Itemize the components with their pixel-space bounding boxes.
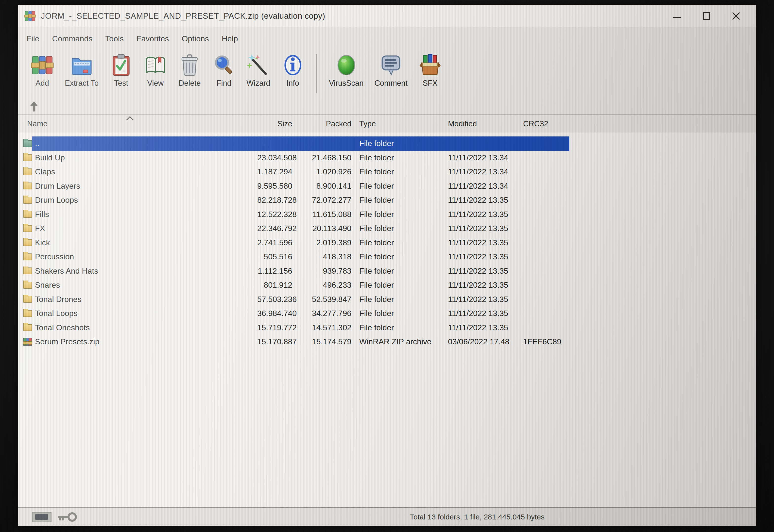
title-bar: JORM_-_SELECTED_SAMPLE_AND_PRESET_PACK.z… (18, 5, 756, 27)
column-header-name[interactable]: Name (18, 119, 257, 128)
file-size: 12.522.328 (257, 210, 294, 219)
test-button[interactable]: Test (104, 50, 138, 88)
file-name: Shakers And Hats (35, 266, 98, 276)
table-row[interactable]: .. File folder (18, 136, 569, 151)
virus-scan-icon (334, 53, 358, 77)
comment-icon (379, 53, 403, 77)
add-archive-icon (31, 53, 54, 77)
file-crc32: 1FEF6C89 (517, 337, 569, 346)
table-row[interactable]: Fills 12.522.328 11.615.088 File folder … (18, 207, 569, 222)
file-name: Snares (35, 281, 60, 290)
file-type: File folder (353, 210, 442, 219)
virus-scan-button[interactable]: VirusScan (323, 50, 369, 88)
up-directory-button[interactable] (27, 100, 41, 113)
key-icon[interactable] (57, 511, 78, 523)
minimize-button[interactable] (662, 5, 692, 27)
file-modified: 11/11/2022 13.35 (442, 266, 517, 276)
info-icon (281, 53, 304, 77)
file-modified: 11/11/2022 13.35 (442, 196, 517, 205)
column-header-crc32[interactable]: CRC32 (517, 119, 569, 128)
table-row[interactable]: Tonal Loops 36.984.740 34.277.796 File f… (18, 306, 569, 321)
file-name: Tonal Oneshots (35, 323, 90, 332)
file-size: 57.503.236 (257, 295, 294, 304)
winrar-window: JORM_-_SELECTED_SAMPLE_AND_PRESET_PACK.z… (18, 5, 756, 526)
photo-of-screen: { "window": { "title": "JORM_-_SELECTED_… (0, 0, 774, 532)
find-button[interactable]: Find (207, 50, 241, 88)
folder-icon (23, 211, 32, 218)
add-button[interactable]: Add (25, 50, 59, 88)
file-packed: 15.174.579 (294, 337, 353, 346)
file-packed: 14.571.302 (294, 323, 353, 332)
file-name: .. (35, 139, 39, 148)
wizard-icon (247, 53, 270, 77)
minimize-icon (673, 17, 681, 18)
maximize-icon (703, 12, 710, 20)
column-header-size[interactable]: Size (257, 119, 294, 128)
file-rows: .. File folder Build Up 23.034.508 21.46… (18, 136, 756, 349)
file-name: Kick (35, 238, 50, 247)
wizard-button[interactable]: Wizard (241, 50, 275, 88)
file-modified: 11/11/2022 13.35 (442, 238, 517, 247)
comment-button[interactable]: Comment (369, 50, 413, 88)
menu-bar: File Commands Tools Favorites Options He… (18, 27, 756, 50)
status-summary: Total 13 folders, 1 file, 281.445.045 by… (410, 513, 545, 521)
file-packed: 8.900.141 (294, 182, 353, 191)
file-size: 82.218.728 (257, 196, 294, 205)
table-row[interactable]: Drum Layers 9.595.580 8.900.141 File fol… (18, 179, 569, 193)
table-row[interactable]: Drum Loops 82.218.728 72.072.277 File fo… (18, 193, 569, 207)
folder-icon (23, 225, 32, 232)
file-packed: 1.020.926 (294, 167, 353, 176)
menu-options[interactable]: Options (175, 34, 215, 43)
table-row[interactable]: Kick 2.741.596 2.019.389 File folder 11/… (18, 236, 569, 250)
file-packed: 72.072.277 (294, 196, 353, 205)
file-size: 1.187.294 (257, 167, 294, 176)
menu-file[interactable]: File (20, 34, 46, 43)
file-size: 801.912 (257, 281, 294, 290)
table-row[interactable]: Tonal Oneshots 15.719.772 14.571.302 Fil… (18, 321, 569, 335)
menu-tools[interactable]: Tools (99, 34, 130, 43)
menu-commands[interactable]: Commands (46, 34, 99, 43)
file-modified: 11/11/2022 13.34 (442, 167, 517, 176)
column-header-type[interactable]: Type (353, 119, 442, 128)
table-row[interactable]: Build Up 23.034.508 21.468.150 File fold… (18, 151, 569, 165)
table-row[interactable]: Snares 801.912 496.233 File folder 11/11… (18, 278, 569, 292)
table-row[interactable]: Claps 1.187.294 1.020.926 File folder 11… (18, 165, 569, 179)
folder-icon (23, 253, 32, 260)
table-row[interactable]: Tonal Drones 57.503.236 52.539.847 File … (18, 292, 569, 307)
close-button[interactable] (721, 5, 751, 27)
window-controls (662, 5, 751, 27)
file-packed: 939.783 (294, 266, 353, 276)
file-type: WinRAR ZIP archive (353, 337, 442, 346)
file-name: Serum Presets.zip (35, 337, 99, 346)
file-size: 23.034.508 (257, 153, 294, 162)
file-name: Fills (35, 210, 49, 219)
column-header-modified[interactable]: Modified (442, 119, 517, 128)
maximize-button[interactable] (692, 5, 721, 27)
toolbar: Add Extract To Test (18, 50, 756, 100)
file-name: Claps (35, 167, 55, 176)
file-modified: 11/11/2022 13.35 (442, 323, 517, 332)
folder-icon (23, 197, 32, 204)
table-row[interactable]: Shakers And Hats 1.112.156 939.783 File … (18, 264, 569, 278)
file-size: 505.516 (257, 252, 294, 261)
sfx-button[interactable]: SFX (413, 50, 447, 88)
info-button[interactable]: Info (276, 50, 310, 88)
column-header-packed[interactable]: Packed (294, 119, 353, 128)
delete-icon (178, 53, 201, 77)
drive-icon[interactable] (32, 512, 51, 522)
table-row[interactable]: Percussion 505.516 418.318 File folder 1… (18, 250, 569, 264)
folder-icon (23, 296, 32, 303)
delete-button[interactable]: Delete (172, 50, 207, 88)
table-row[interactable]: Serum Presets.zip 15.170.887 15.174.579 … (18, 335, 569, 349)
file-name: Tonal Loops (35, 309, 78, 318)
view-button[interactable]: View (138, 50, 172, 88)
file-packed: 11.615.088 (294, 210, 353, 219)
file-type: File folder (353, 182, 442, 191)
menu-favorites[interactable]: Favorites (130, 34, 175, 43)
folder-icon (23, 267, 32, 274)
folder-icon (23, 168, 32, 175)
extract-to-button[interactable]: Extract To (59, 50, 104, 88)
extract-to-icon (70, 53, 93, 77)
menu-help[interactable]: Help (215, 34, 244, 43)
table-row[interactable]: FX 22.346.792 20.113.490 File folder 11/… (18, 221, 569, 236)
